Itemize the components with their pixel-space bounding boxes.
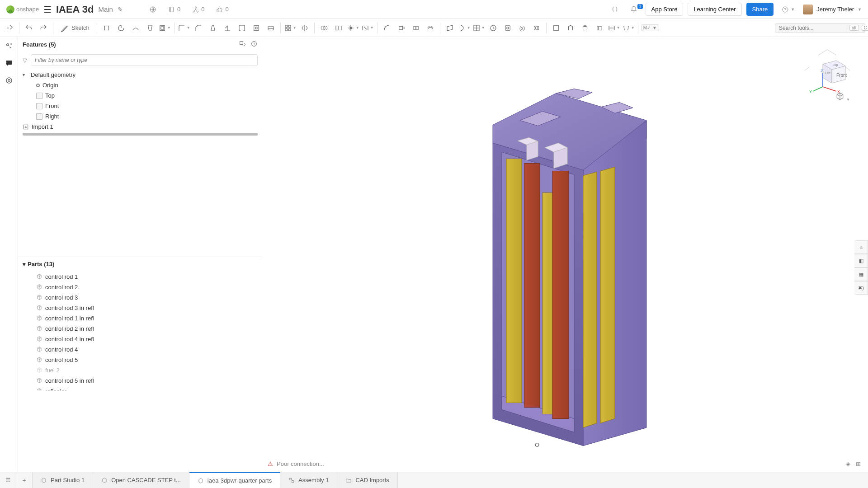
part-row[interactable]: control rod 1 [18, 272, 262, 282]
redo-icon[interactable] [37, 21, 50, 35]
appstore-button[interactable]: App Store [646, 3, 684, 16]
rr-home-icon[interactable]: ⌂ [854, 240, 868, 254]
offset-surface-icon[interactable] [424, 21, 437, 35]
globe-icon[interactable] [146, 6, 160, 13]
hole-icon[interactable] [250, 21, 263, 35]
undo-icon[interactable] [22, 21, 36, 35]
chamfer-icon[interactable] [192, 21, 205, 35]
hamburger-icon[interactable]: ☰ [43, 4, 52, 15]
thicken-icon[interactable]: ▼ [158, 21, 171, 35]
plane-front-row[interactable]: Front [18, 101, 262, 111]
boolean-icon[interactable] [317, 21, 331, 35]
canvas-3d[interactable]: ⚠ Poor connection... Front Left Top Z X [262, 37, 868, 472]
shell-icon[interactable] [235, 21, 249, 35]
feature-list-toggle[interactable] [3, 21, 16, 35]
document-title[interactable]: IAEA 3d [56, 4, 94, 15]
mate-badge[interactable]: M✓▼ [641, 24, 659, 31]
revolve-icon[interactable] [114, 21, 128, 35]
cube-front[interactable]: Front [836, 73, 847, 78]
point-icon[interactable] [486, 21, 500, 35]
search-input[interactable] [779, 25, 847, 31]
help-icon[interactable]: ▼ [778, 6, 798, 13]
features-config-icon[interactable] [239, 40, 246, 49]
filter-input[interactable] [31, 54, 258, 66]
part-row[interactable]: control rod 5 in refl [18, 375, 262, 386]
tab-iaea-3dpwr-quarter-parts[interactable]: iaea-3dpwr-quarter parts [189, 472, 280, 488]
part-row[interactable]: control rod 5 [18, 355, 262, 365]
tab-add-icon[interactable]: ＋ [16, 472, 33, 488]
helix-icon[interactable]: ▼ [458, 21, 471, 35]
sketch-button[interactable]: Sketch [56, 21, 94, 35]
part-row[interactable]: control rod 3 [18, 292, 262, 303]
edit-name-icon[interactable]: ✎ [118, 6, 123, 13]
rr-measure-icon[interactable]: ✖) [854, 281, 868, 295]
part-row[interactable]: fuel 2 [18, 365, 262, 375]
history-count[interactable]: 0 [165, 6, 184, 13]
learning-button[interactable]: Learning Center [688, 3, 741, 16]
precision-icon[interactable]: ◈ [846, 460, 850, 467]
sweep-icon[interactable] [129, 21, 142, 35]
rib-icon[interactable] [221, 21, 234, 35]
move-face-icon[interactable] [395, 21, 408, 35]
loft-icon[interactable] [143, 21, 157, 35]
user-menu[interactable]: Jeremy Theler ▼ [803, 5, 862, 14]
fillet-icon[interactable]: ▼ [177, 21, 191, 35]
rail-add-icon[interactable] [4, 41, 14, 52]
tab-part-studio-1[interactable]: Part Studio 1 [33, 472, 93, 488]
flange-icon[interactable] [564, 21, 577, 35]
extrude-icon[interactable] [100, 21, 113, 35]
mirror-icon[interactable] [298, 21, 311, 35]
plane-top-row[interactable]: Top [18, 90, 262, 101]
part-row[interactable]: control rod 4 [18, 344, 262, 355]
transform-icon[interactable]: ▼ [346, 21, 360, 35]
origin-row[interactable]: Origin [18, 80, 262, 90]
import-row[interactable]: Import 1 [18, 122, 262, 132]
view-cube[interactable]: Front Left Top Z X Y ▼ [800, 46, 854, 100]
bend-icon[interactable] [593, 21, 606, 35]
branch-count[interactable]: 0 [189, 6, 208, 13]
sheet-metal-icon[interactable] [549, 21, 563, 35]
config-icon[interactable] [530, 21, 543, 35]
part-row[interactable]: reflector [18, 386, 262, 391]
sm-tool2-icon[interactable]: ▼ [622, 21, 635, 35]
share-button[interactable]: Share [746, 3, 774, 16]
rail-history-icon[interactable] [4, 75, 14, 86]
units-icon[interactable]: ⊞ [856, 460, 861, 467]
branch-label[interactable]: Main [98, 5, 113, 13]
delete-face-icon[interactable]: ▼ [361, 21, 374, 35]
filter-icon[interactable]: ▽ [23, 57, 27, 64]
tab-assembly-1[interactable]: Assembly 1 [280, 472, 337, 488]
plane-icon[interactable] [443, 21, 457, 35]
view-cube-menu-icon[interactable]: ▼ [835, 92, 850, 102]
rr-section-icon[interactable]: ▦ [854, 267, 868, 281]
draft-icon[interactable] [206, 21, 220, 35]
default-geometry-row[interactable]: ▾ Default geometry [18, 70, 262, 80]
sm-tool-icon[interactable]: ▼ [607, 21, 621, 35]
features-rollback-icon[interactable] [250, 40, 258, 49]
search-tools[interactable]: alt C [775, 23, 865, 33]
part-row[interactable]: control rod 3 in refl [18, 303, 262, 313]
part-row[interactable]: control rod 4 in refl [18, 334, 262, 344]
mate-connector-icon[interactable] [501, 21, 514, 35]
tab-icon[interactable] [578, 21, 592, 35]
tab-cad-imports[interactable]: CAD Imports [337, 472, 397, 488]
tab-open-cascade-step-t-[interactable]: Open CASCADE STEP t... [93, 472, 189, 488]
split-icon[interactable] [332, 21, 345, 35]
pattern-icon[interactable]: ▼ [283, 21, 297, 35]
braces-icon[interactable] [608, 6, 622, 13]
rollback-bar[interactable] [23, 133, 258, 136]
part-row[interactable]: control rod 2 in refl [18, 324, 262, 334]
replace-face-icon[interactable] [409, 21, 423, 35]
part-row[interactable]: control rod 2 [18, 282, 262, 292]
rail-comments-icon[interactable] [4, 58, 14, 69]
part-row[interactable]: control rod 1 in refl [18, 313, 262, 324]
notifications-icon[interactable]: 1 [627, 6, 641, 13]
rr-iso-icon[interactable]: ◧ [854, 254, 868, 267]
likes-count[interactable]: 0 [212, 6, 232, 13]
curve-icon[interactable]: ▼ [472, 21, 486, 35]
variable-icon[interactable]: (x) [515, 21, 529, 35]
plane-right-row[interactable]: Right [18, 111, 262, 122]
tool-8-icon[interactable] [264, 21, 278, 35]
app-logo[interactable]: onshape [6, 5, 39, 14]
tab-menu-icon[interactable]: ☰ [0, 472, 16, 488]
